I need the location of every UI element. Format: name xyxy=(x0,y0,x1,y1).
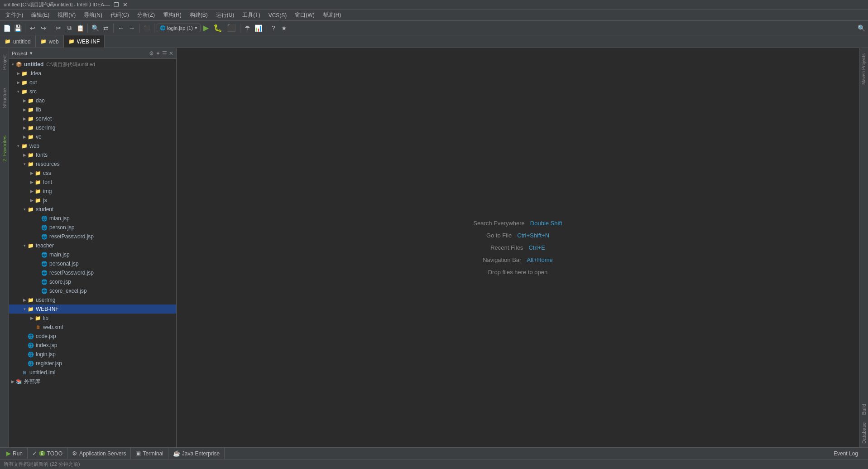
forward-button[interactable]: → xyxy=(127,23,137,33)
project-expand-icon[interactable]: ☰ xyxy=(162,50,167,57)
menu-item-v[interactable]: 视图(V) xyxy=(54,10,79,20)
minimize-button[interactable]: — xyxy=(104,1,110,8)
tab-webinf[interactable]: 📁 WEB-INF xyxy=(64,35,105,48)
feedback-button[interactable]: ★ xyxy=(279,23,289,33)
menu-item-b[interactable]: 构建(B) xyxy=(186,10,211,20)
tree-item-score-jsp[interactable]: 🌐 score.jsp xyxy=(9,277,176,286)
project-dropdown-icon[interactable]: ▾ xyxy=(30,50,33,56)
menu-item-t[interactable]: 工具(T) xyxy=(239,10,264,20)
label-score-jsp: score.jsp xyxy=(49,279,71,285)
tree-item-ext-lib[interactable]: ▶ 📚 外部库 xyxy=(9,377,176,386)
bottom-tab-javaee[interactable]: ☕ Java Enterprise xyxy=(168,448,225,459)
menu-item-w[interactable]: 窗口(W) xyxy=(291,10,318,20)
tree-item-resetpassword-t-jsp[interactable]: 🌐 resetPassword.jsp xyxy=(9,268,176,277)
tree-item-js[interactable]: ▶ 📁 js xyxy=(9,196,176,205)
menu-item-e[interactable]: 编辑(E) xyxy=(28,10,53,20)
menu-item-u[interactable]: 运行(U) xyxy=(212,10,238,20)
bottom-tab-run[interactable]: ▶ Run xyxy=(2,448,28,459)
help-button[interactable]: ? xyxy=(269,23,278,33)
right-panel-maven-tab[interactable]: Maven Projects xyxy=(860,50,867,88)
tree-item-register-jsp[interactable]: 🌐 register.jsp xyxy=(9,359,176,368)
label-vo: vo xyxy=(36,134,42,140)
debug-button[interactable]: 🐛 xyxy=(211,24,224,32)
tree-item-login-jsp[interactable]: 🌐 login.jsp xyxy=(9,350,176,359)
run-config-dropdown[interactable]: 🌐 login.jsp (1) ▾ xyxy=(157,24,201,32)
profile-button[interactable]: 📊 xyxy=(254,23,264,33)
tree-item-index-jsp[interactable]: 🌐 index.jsp xyxy=(9,341,176,350)
menu-item-r[interactable]: 重构(R) xyxy=(159,10,185,20)
stop-button[interactable]: ⬛ xyxy=(225,24,238,32)
tree-item-resetpassword-s-jsp[interactable]: 🌐 resetPassword.jsp xyxy=(9,232,176,241)
tree-item-main-jsp[interactable]: 🌐 main.jsp xyxy=(9,250,176,259)
arrow-student: ▾ xyxy=(22,207,27,212)
right-panel-build-tab[interactable]: Build xyxy=(860,400,868,418)
tree-item-img[interactable]: ▶ 📁 img xyxy=(9,187,176,196)
bottom-tab-todo[interactable]: ✓ 6 TODO xyxy=(28,448,67,459)
search-everywhere-icon[interactable]: 🔍 xyxy=(856,23,866,33)
bottom-tab-appservers[interactable]: ⚙ Application Servers xyxy=(67,448,131,459)
tree-item-score-excel-jsp[interactable]: 🌐 score_excel.jsp xyxy=(9,286,176,295)
save-button[interactable]: 💾 xyxy=(13,23,23,33)
paste-button[interactable]: 📋 xyxy=(75,23,85,33)
redo-button[interactable]: ↪ xyxy=(38,23,48,33)
tree-item-untitled-root[interactable]: ▾ 📦 untitled C:\项目源代码\untitled xyxy=(9,60,176,69)
arrow-userimg: ▶ xyxy=(22,126,27,130)
menu-item-h[interactable]: 帮助(H) xyxy=(319,10,345,20)
far-left-tab-structure[interactable]: Structure xyxy=(1,83,8,113)
menu-item-n[interactable]: 导航(N) xyxy=(80,10,106,20)
tree-item-person-jsp[interactable]: 🌐 person.jsp xyxy=(9,223,176,232)
label-untitled-iml: untitled.iml xyxy=(29,369,55,376)
tree-item-out[interactable]: ▶ 📁 out xyxy=(9,78,176,87)
tree-item-personal-jsp[interactable]: 🌐 personal.jsp xyxy=(9,259,176,268)
bottom-tab-terminal[interactable]: ▣ Terminal xyxy=(131,448,168,459)
tree-item-mian-jsp[interactable]: 🌐 mian.jsp xyxy=(9,214,176,223)
tree-item-dao[interactable]: ▶ 📁 dao xyxy=(9,96,176,105)
project-settings-icon[interactable]: ✦ xyxy=(156,50,160,57)
close-button[interactable]: ✕ xyxy=(123,1,128,8)
tree-item-code-jsp[interactable]: 🌐 code.jsp xyxy=(9,332,176,341)
tab-untitled[interactable]: 📁 untitled xyxy=(0,35,36,48)
tree-item-lib[interactable]: ▶ 📁 lib xyxy=(9,105,176,114)
tree-item-idea[interactable]: ▶ 📁 .idea xyxy=(9,69,176,78)
project-close-icon[interactable]: ✕ xyxy=(169,50,173,57)
run-button[interactable]: ▶ xyxy=(201,24,211,32)
tree-item-teacher[interactable]: ▾ 📁 teacher xyxy=(9,241,176,250)
far-left-tab-favorites[interactable]: 2: Favorites xyxy=(1,131,8,166)
tree-item-web-xml[interactable]: 🗎 web.xml xyxy=(9,323,176,332)
tree-item-font[interactable]: ▶ 📁 font xyxy=(9,178,176,187)
new-button[interactable]: 📄 xyxy=(2,23,12,33)
tree-item-untitled-iml[interactable]: 🗎 untitled.iml xyxy=(9,368,176,377)
event-log-tab[interactable]: Event Log xyxy=(829,450,863,458)
tree-item-web[interactable]: ▾ 📁 web xyxy=(9,141,176,150)
tab-web[interactable]: 📁 web xyxy=(36,35,64,48)
replace-button[interactable]: ⇄ xyxy=(101,23,111,33)
tree-item-servlet[interactable]: ▶ 📁 servlet xyxy=(9,114,176,123)
menu-item-z[interactable]: 分析(Z) xyxy=(134,10,158,20)
tree-item-lib-webinf[interactable]: ▶ 📁 lib xyxy=(9,314,176,323)
tree-item-resources[interactable]: ▾ 📁 resources xyxy=(9,160,176,169)
hint-goto-file: Go to File Ctrl+Shift+N xyxy=(486,232,549,239)
menu-item-c[interactable]: 代码(C) xyxy=(107,10,133,20)
copy-button[interactable]: ⧉ xyxy=(64,23,74,33)
find-button[interactable]: 🔍 xyxy=(90,23,100,33)
tree-item-student[interactable]: ▾ 📁 student xyxy=(9,205,176,214)
menu-item-vcss[interactable]: VCS(S) xyxy=(265,11,291,19)
tree-item-src[interactable]: ▾ 📁 src xyxy=(9,87,176,96)
project-sync-icon[interactable]: ⚙ xyxy=(149,50,154,57)
tree-item-webinf[interactable]: ▾ 📁 WEB-INF xyxy=(9,305,176,314)
right-panel-database-tab[interactable]: Database xyxy=(860,419,868,447)
far-left-tab-project[interactable]: Project xyxy=(1,50,8,74)
tree-item-fonts[interactable]: ▶ 📁 fonts xyxy=(9,150,176,160)
undo-button[interactable]: ↩ xyxy=(28,23,38,33)
tree-item-css[interactable]: ▶ 📁 css xyxy=(9,169,176,178)
status-text: 所有文件都是最新的 (22 分钟之前) xyxy=(4,461,80,468)
back-button[interactable]: ← xyxy=(116,23,126,33)
tree-item-userimg-web[interactable]: ▶ 📁 userImg xyxy=(9,295,176,305)
tree-item-userimg[interactable]: ▶ 📁 userImg xyxy=(9,123,176,132)
maximize-button[interactable]: ❐ xyxy=(114,1,119,8)
coverage-button[interactable]: ☂ xyxy=(243,23,253,33)
menu-item-f[interactable]: 文件(F) xyxy=(2,10,27,20)
tree-item-vo[interactable]: ▶ 📁 vo xyxy=(9,132,176,141)
icon-web: 📁 xyxy=(21,142,28,150)
cut-button[interactable]: ✂ xyxy=(53,23,63,33)
